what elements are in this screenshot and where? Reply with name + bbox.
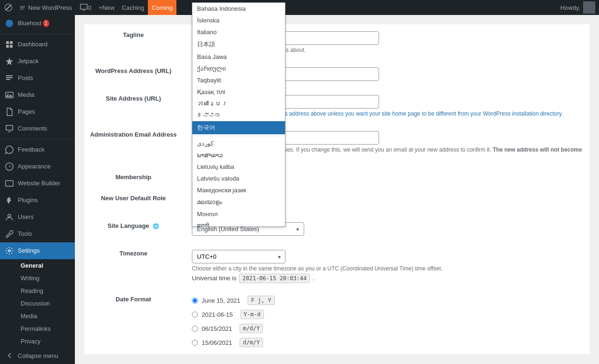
new-menu[interactable]: + New [95, 0, 118, 15]
language-popup-item[interactable]: Bahasa Indonesia [192, 3, 285, 15]
site-address-label: Site Address (URL) [106, 95, 161, 102]
sidebar-label-users: Users [18, 213, 34, 221]
sidebar-sep-2 [0, 139, 75, 139]
timezone-row: Timezone UTC+0 Choose either a city in t… [84, 243, 590, 289]
universal-time-label: Universal time is [192, 275, 236, 282]
language-popup-item[interactable]: Қазақ тілі [192, 86, 285, 98]
language-popup-item[interactable]: മലയാളം [192, 196, 285, 208]
language-popup-item[interactable]: Íslenska [192, 15, 285, 26]
language-popup-item[interactable]: ភាសាខ្មែរ [192, 98, 285, 109]
sidebar-label-media: Media [18, 91, 34, 99]
caching-menu[interactable]: Caching [118, 0, 148, 15]
sidebar-item-dashboard[interactable]: Dashboard [0, 36, 75, 53]
site-address-row: Site Address (URL) m Set this to the sam… [84, 88, 590, 124]
date-format-option-3: 15/06/2021 d/m/Y [192, 338, 585, 347]
site-name: New WordPress [28, 4, 72, 11]
comments-count: 0 [88, 4, 91, 11]
sidebar-label-appearance: Appearance [18, 162, 51, 171]
sidebar-label-jetpack: Jetpack [18, 57, 39, 66]
sidebar-item-tools[interactable]: Tools [0, 226, 75, 242]
universal-time-display: Universal time is 2021-06-15 20:03:44 . [192, 275, 585, 282]
date-format-radio-3[interactable] [192, 340, 198, 346]
date-format-radio-1[interactable] [192, 312, 198, 318]
tagline-label: Tagline [123, 31, 144, 38]
site-language-label: Site Language 🌐 [108, 222, 159, 229]
language-popup-item[interactable]: 日本語 [192, 38, 285, 51]
date-format-radio-2[interactable] [192, 326, 198, 332]
sidebar-item-appearance[interactable]: Appearance [0, 158, 75, 175]
language-popup-item[interactable]: Basa Jawa [192, 51, 285, 63]
timezone-label: Timezone [119, 250, 147, 257]
language-popup-item[interactable]: ພາສາລາວ [192, 149, 285, 161]
main-content: Tagline In a few words, explain what thi… [75, 15, 599, 364]
sidebar-item-posts[interactable]: Posts [0, 70, 75, 87]
language-popup-item[interactable]: کوردی [192, 138, 285, 149]
sidebar-label-tools: Tools [18, 230, 32, 238]
admin-email-row: Administration Email Address This addres… [84, 124, 590, 167]
sidebar-item-website-builder[interactable]: Website Builder [0, 175, 75, 192]
timezone-desc: Choose either a city in the same timezon… [192, 265, 585, 272]
sidebar-sub-general[interactable]: General [17, 259, 75, 272]
sidebar: Bluehost 1 Dashboard Jetpack Posts Media… [0, 15, 75, 364]
site-menu[interactable]: New WordPress [15, 0, 76, 15]
sidebar-sub-discussion[interactable]: Discussion [17, 297, 75, 310]
sidebar-item-users[interactable]: Users [0, 209, 75, 226]
date-format-option-0: June 15, 2021 F j, Y [192, 296, 585, 305]
date-format-option-1: 2021-06-15 Y-m-d [192, 310, 585, 319]
collapse-menu-button[interactable]: Collapse menu [0, 347, 75, 364]
language-popup[interactable]: Bahasa IndonesiaÍslenskaItaliano日本語Basa … [192, 2, 285, 227]
sidebar-item-comments[interactable]: Comments [0, 120, 75, 137]
sidebar-sep-1 [0, 34, 75, 34]
sidebar-item-jetpack[interactable]: Jetpack [0, 53, 75, 70]
language-icons: 🌐 [153, 223, 159, 229]
sidebar-item-plugins[interactable]: Plugins [0, 192, 75, 209]
sidebar-item-feedback[interactable]: Feedback [0, 141, 75, 158]
date-format-label-3: 15/06/2021 [202, 339, 232, 346]
language-popup-item[interactable]: Italiano [192, 26, 285, 38]
date-format-radio-0[interactable] [192, 298, 198, 304]
settings-form: Tagline In a few words, explain what thi… [84, 24, 590, 354]
date-format-row: Date Format June 15, 2021 F j, Y 2021-06… [84, 289, 590, 354]
language-popup-item[interactable]: ಕನ್ನಡ [192, 109, 285, 121]
coming-menu[interactable]: Coming [148, 0, 176, 15]
sidebar-label-pages: Pages [18, 108, 35, 116]
language-popup-item[interactable]: Lietuvių kalba [192, 161, 285, 173]
language-popup-item[interactable]: Македонски јазик [192, 184, 285, 196]
language-popup-item[interactable]: Taqbaylit [192, 74, 285, 86]
settings-submenu: General Writing Reading Discussion Media… [0, 259, 75, 348]
avatar [583, 1, 595, 14]
language-popup-item[interactable]: 한국어 [192, 121, 285, 134]
wp-address-row: WordPress Address (URL) m [84, 60, 590, 88]
svg-point-4 [8, 214, 11, 217]
wp-logo[interactable] [4, 3, 13, 12]
bluehost-label: Bluehost [18, 19, 42, 28]
sidebar-label-dashboard: Dashboard [18, 40, 48, 49]
timezone-select[interactable]: UTC+0 [192, 250, 285, 263]
sidebar-sub-reading[interactable]: Reading [17, 284, 75, 297]
date-format-label-1: 2021-06-15 [202, 311, 233, 318]
sidebar-item-bluehost[interactable]: Bluehost 1 [0, 15, 75, 32]
language-popup-item[interactable]: मराठी [192, 220, 285, 227]
language-popup-separator [192, 136, 285, 136]
sidebar-item-settings[interactable]: Settings [0, 242, 75, 259]
date-format-option-2: 06/15/2021 m/d/Y [192, 324, 585, 333]
date-format-code-2: m/d/Y [240, 324, 263, 333]
sidebar-label-posts: Posts [18, 74, 33, 82]
membership-row: Membership Anyone can register [84, 167, 590, 188]
sidebar-label-settings: Settings [18, 247, 40, 255]
sidebar-sub-privacy[interactable]: Privacy [17, 335, 75, 348]
sidebar-item-media[interactable]: Media [0, 87, 75, 103]
comments-menu[interactable]: 0 [76, 0, 95, 15]
language-popup-item[interactable]: ქართული [192, 63, 285, 74]
sidebar-sub-media[interactable]: Media [17, 310, 75, 322]
language-popup-item[interactable]: Latviešu valoda [192, 173, 285, 184]
date-format-label: Date Format [116, 296, 151, 303]
sidebar-item-pages[interactable]: Pages [0, 103, 75, 120]
sidebar-sub-writing[interactable]: Writing [17, 272, 75, 284]
svg-rect-3 [6, 181, 13, 186]
language-popup-item[interactable]: Монгол [192, 208, 285, 220]
date-format-code-0: F j, Y [248, 296, 274, 305]
howdy-text: Howdy, [561, 4, 580, 11]
sidebar-sub-permalinks[interactable]: Permalinks [17, 322, 75, 335]
new-label: + [99, 4, 102, 11]
